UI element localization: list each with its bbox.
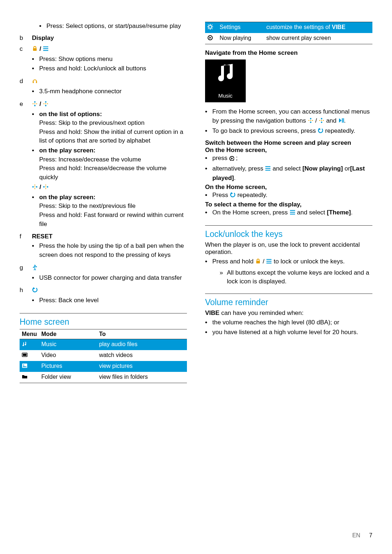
- nav-bullet-1: From the Home screen, you can access fun…: [205, 107, 372, 126]
- letter-e: e: [20, 100, 32, 108]
- letter-b: b: [20, 34, 32, 42]
- cell-to: show current play screen: [264, 33, 372, 44]
- e-h2: on the play screen:: [39, 147, 95, 154]
- dots-updown-icon: [319, 117, 324, 126]
- music-icon: [22, 342, 28, 348]
- playpause-icon: [338, 117, 344, 126]
- music-tile: Music: [205, 59, 246, 102]
- e-t2a: Press: Increase/decrease the volume: [39, 156, 141, 163]
- e-t2b: Press and hold: Increase/decrease the vo…: [39, 165, 167, 181]
- e-block-3: on the play screen: Press: Skip to the n…: [32, 193, 187, 229]
- nowplaying-icon: [229, 155, 234, 164]
- lock-inner-1: All buttons except the volume keys are l…: [212, 268, 372, 286]
- music-note-icon: [205, 62, 246, 81]
- cell-to: watch videos: [97, 350, 187, 361]
- headphone-icon: [32, 78, 38, 86]
- section-lock: Lock/unlock the keys: [205, 229, 372, 240]
- table-row: Now playing show current play screen: [205, 33, 372, 44]
- gear-icon: [207, 25, 213, 31]
- menu-icon: [43, 46, 49, 53]
- menu-icon: [290, 209, 295, 218]
- left-column: Press: Select options, or start/pause/re…: [20, 22, 187, 383]
- cell-to: view files in folders: [97, 372, 187, 383]
- page-footer: EN 7: [352, 532, 372, 539]
- cell-mode: Video: [39, 350, 97, 361]
- c-bullet-1: Press: Show options menu: [32, 55, 187, 64]
- section-volume: Volume reminder: [205, 297, 372, 308]
- lock-icon: [32, 46, 38, 53]
- e-t1a: Press: Skip to the previous/next option: [39, 119, 144, 126]
- dots-updown-icon: [308, 117, 314, 126]
- home-bullet-1: press ;: [205, 154, 372, 164]
- on-home-1: On the Home screen,: [205, 147, 372, 154]
- table-row: Pictures view pictures: [20, 361, 187, 372]
- home2-bullet-1: Press repeatedly.: [205, 191, 372, 201]
- e-h3: on the play screen:: [39, 194, 95, 201]
- label-display: Display: [32, 34, 187, 42]
- dots-updown-icon: [43, 101, 49, 108]
- dots-leftright-icon: [43, 184, 49, 192]
- d-bullet-1: 3.5-mm headphone connector: [32, 87, 187, 96]
- th-menu: Menu: [20, 329, 39, 339]
- home-screen-table: Menu Mode To Music play audio files Vide…: [20, 329, 187, 383]
- g-bullet-1: USB connector for power charging and dat…: [32, 274, 187, 283]
- folder-icon: [22, 374, 28, 381]
- pictures-icon: [22, 364, 28, 370]
- switch-title: Switch between the Home screen and play …: [205, 139, 372, 147]
- c-bullet-2: Press and hold: Lock/unlock all buttons: [32, 64, 187, 73]
- th-to: To: [97, 329, 187, 339]
- vol-bullet-2: you have listened at a high volume level…: [205, 328, 372, 337]
- right-column: Settings customize the settings of VIBE …: [205, 22, 372, 383]
- item-a-bullet: Press: Select options, or start/pause/re…: [39, 22, 187, 31]
- cell-to: view pictures: [97, 361, 187, 372]
- footer-lang: EN: [352, 532, 360, 538]
- cell-to: play audio files: [97, 339, 187, 350]
- cell-to: customize the settings of VIBE: [264, 22, 372, 33]
- section-home-screen: Home screen: [20, 317, 187, 328]
- f-bullet-1: Press the hole by using the tip of a bal…: [32, 242, 187, 259]
- home-bullet-2: alternatively, press and select [Now pla…: [205, 164, 372, 183]
- letter-h: h: [20, 287, 32, 294]
- music-tile-label: Music: [218, 93, 232, 99]
- settings-table: Settings customize the settings of VIBE …: [205, 22, 372, 44]
- nav-bullet-2: To go back to previous screens, press re…: [205, 127, 372, 136]
- vol-intro: VIBE can have you reminded when:: [205, 309, 372, 317]
- e-h1: on the list of options:: [39, 111, 102, 118]
- letter-c: c: [20, 45, 32, 53]
- menu-icon: [266, 258, 272, 267]
- menu-icon: [265, 165, 271, 174]
- lock-bullet-1: Press and hold / to lock or unlock the k…: [205, 257, 372, 286]
- table-row: Settings customize the settings of VIBE: [205, 22, 372, 33]
- theme-title: To select a theme for the display,: [205, 201, 372, 208]
- table-row: Music play audio files: [20, 339, 187, 350]
- cell-mode: Settings: [217, 22, 264, 33]
- e-block-2: on the play screen: Press: Increase/decr…: [32, 146, 187, 182]
- letter-f: f: [20, 233, 32, 240]
- dots-updown-icon: [32, 101, 38, 108]
- letter-g: g: [20, 264, 32, 271]
- lock-icon: [255, 258, 261, 267]
- table-row: Folder view view files in folders: [20, 372, 187, 383]
- h-bullet-1: Press: Back one level: [32, 296, 187, 305]
- footer-page: 7: [369, 532, 372, 538]
- e-t3a: Press: Skip to the next/previous file: [39, 202, 136, 209]
- e-t1b: Press and hold: Show the initial of curr…: [39, 128, 183, 144]
- table-row: Video watch videos: [20, 350, 187, 361]
- cell-mode: Now playing: [217, 33, 264, 44]
- nav-title: Navigate from the Home screen: [205, 49, 372, 57]
- e-t3b: Press and hold: Fast forward or rewind w…: [39, 212, 184, 227]
- lock-intro: When the player is on, use the lock to p…: [205, 241, 372, 256]
- label-reset: RESET: [32, 233, 187, 240]
- back-icon: [230, 192, 236, 201]
- back-icon: [32, 287, 38, 295]
- cell-mode: Music: [39, 339, 97, 350]
- on-home-2: On the Home screen,: [205, 184, 372, 191]
- th-mode: Mode: [39, 329, 97, 339]
- e-block-1: on the list of options: Press: Skip to t…: [32, 110, 187, 146]
- cell-mode: Folder view: [39, 372, 97, 383]
- dots-leftright-icon: [32, 184, 38, 192]
- letter-d: d: [20, 78, 32, 85]
- theme-bullet-1: On the Home screen, press and select [Th…: [205, 208, 372, 218]
- nowplaying-icon: [207, 36, 213, 42]
- video-icon: [22, 353, 28, 359]
